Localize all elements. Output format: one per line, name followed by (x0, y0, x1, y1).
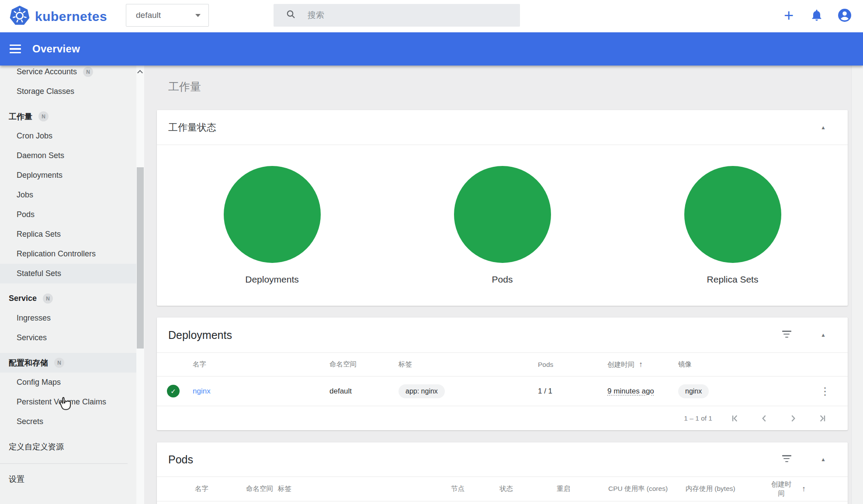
first-page-icon[interactable] (730, 413, 741, 424)
pods-card: Pods ▲ 名字命名空间标签节点状态重启CPU 使用率 (cores)内存使用… (157, 442, 848, 504)
sidebar-item-persistent-volume-claims[interactable]: Persistent Volume Claims (0, 392, 136, 412)
sort-asc-icon[interactable]: ↑ (639, 360, 643, 369)
collapse-icon[interactable]: ▲ (818, 124, 828, 131)
filter-icon[interactable] (781, 331, 792, 339)
column-header-pods[interactable]: Pods (538, 361, 607, 369)
sidebar-item-label: Replica Sets (17, 230, 61, 239)
main-scrollbar[interactable] (851, 66, 863, 504)
topbar-actions: + (775, 0, 859, 32)
sidebar-item-secrets[interactable]: Secrets (0, 412, 136, 432)
column-header-cn[interactable]: 命名空间 (246, 484, 278, 494)
column-header-cn[interactable]: 状态 (499, 484, 557, 494)
created-cell: 9 minutes ago (607, 387, 678, 396)
sidebar-item-ingresses[interactable]: Ingresses (0, 308, 136, 328)
workload-status-card: 工作量状态 ▲ DeploymentsPodsReplica Sets (157, 110, 848, 306)
images-cell: nginx (678, 384, 805, 398)
chart-label: Pods (492, 274, 513, 285)
next-page-icon[interactable] (787, 413, 799, 424)
sidebar-item-label: Jobs (17, 190, 33, 200)
column-header-bytes[interactable]: 内存使用 (bytes) (686, 484, 763, 494)
sidebar-scrollbar[interactable] (136, 66, 144, 504)
sidebar-item-service[interactable]: ServiceN (0, 289, 136, 308)
column-header-cn[interactable]: 重启 (557, 484, 608, 494)
previous-page-icon[interactable] (759, 413, 770, 424)
sidebar-item-cn-18[interactable]: 定义自定义资源 (0, 437, 136, 456)
plus-icon: + (784, 7, 794, 24)
user-icon (837, 8, 852, 24)
sidebar-item-deployments[interactable]: Deployments (0, 166, 136, 185)
column-header-sort: ↑ (802, 484, 848, 494)
sidebar-nav: Service AccountsNStorage Classes工作量NCron… (0, 66, 136, 489)
table-row[interactable]: ✓nginxdefaultapp: nginx1 / 19 minutes ag… (157, 376, 848, 406)
filter-icon[interactable] (781, 455, 792, 464)
new-badge: N (83, 67, 93, 77)
new-badge: N (43, 293, 53, 304)
sidebar-item-label: Ingresses (17, 314, 51, 323)
create-resource-button[interactable]: + (775, 2, 803, 30)
sidebar-item-storage-classes[interactable]: Storage Classes (0, 82, 136, 101)
healthy-donut-chart[interactable] (224, 166, 321, 263)
sidebar-item-label: Service (9, 294, 37, 303)
column-header-cn[interactable]: 标签 (278, 484, 451, 494)
sidebar: Service AccountsNStorage Classes工作量NCron… (0, 66, 144, 504)
scroll-up-icon[interactable] (138, 70, 142, 74)
column-header-cpu-cores[interactable]: CPU 使用率 (cores) (608, 484, 686, 494)
namespace-cell: default (329, 387, 399, 396)
column-header-cn[interactable]: 创建时间↑ (607, 360, 678, 369)
collapse-icon[interactable]: ▲ (818, 456, 828, 463)
workload-status-chart: Pods (387, 145, 617, 285)
image-chip[interactable]: nginx (678, 384, 709, 398)
sidebar-item-service-accounts[interactable]: Service AccountsN (0, 66, 136, 82)
card-title: 工作量状态 (168, 121, 216, 134)
sort-asc-icon[interactable]: ↑ (802, 484, 806, 493)
sidebar-item-cn-14[interactable]: 配置和存储N (0, 353, 136, 373)
sidebar-item-label: 工作量 (9, 111, 32, 122)
namespace-selector[interactable]: default (126, 4, 209, 27)
sidebar-item-stateful-sets[interactable]: Stateful Sets (0, 264, 136, 283)
column-header-cn[interactable]: 创建时间 (763, 480, 802, 498)
sidebar-item-cn-20[interactable]: 设置 (0, 469, 136, 489)
page-heading: Overview (32, 43, 80, 55)
column-header-cn[interactable]: 节点 (451, 484, 499, 494)
row-menu-icon[interactable]: ⋮ (820, 386, 830, 397)
label-chip[interactable]: app: nginx (399, 384, 445, 398)
account-button[interactable] (831, 2, 859, 30)
sidebar-item-cron-jobs[interactable]: Cron Jobs (0, 126, 136, 146)
column-header-cn[interactable]: 命名空间 (329, 360, 399, 369)
sidebar-item-replication-controllers[interactable]: Replication Controllers (0, 244, 136, 264)
sidebar-item-label: Daemon Sets (17, 151, 64, 160)
sidebar-item-pods[interactable]: Pods (0, 205, 136, 224)
sidebar-item-replica-sets[interactable]: Replica Sets (0, 224, 136, 244)
sidebar-item-config-maps[interactable]: Config Maps (0, 373, 136, 392)
healthy-donut-chart[interactable] (454, 166, 551, 263)
sidebar-item-label: 设置 (9, 474, 24, 484)
collapse-icon[interactable]: ▲ (818, 332, 828, 338)
pods-cell: 1 / 1 (538, 387, 607, 396)
healthy-donut-chart[interactable] (684, 166, 781, 263)
kubernetes-logo[interactable]: kubernetes (10, 6, 107, 28)
chart-label: Deployments (245, 274, 299, 285)
sidebar-item-jobs[interactable]: Jobs (0, 185, 136, 205)
sidebar-divider (0, 463, 128, 464)
sidebar-item-daemon-sets[interactable]: Daemon Sets (0, 146, 136, 166)
column-header-cn[interactable]: 镜像 (678, 360, 805, 369)
sidebar-item-services[interactable]: Services (0, 328, 136, 348)
column-header-cn[interactable]: 名字 (195, 484, 246, 494)
notifications-button[interactable] (803, 2, 831, 30)
sidebar-scrollbar-thumb[interactable] (137, 167, 144, 349)
search-bar[interactable] (274, 4, 520, 27)
column-header-cn[interactable]: 标签 (399, 360, 538, 369)
deployments-pagination: 1 – 1 of 1 (157, 406, 848, 430)
workload-status-chart: Replica Sets (617, 145, 848, 285)
kubernetes-logo-icon (10, 6, 30, 28)
bell-icon (810, 8, 824, 24)
deployments-table-header: 名字命名空间标签Pods创建时间↑镜像 (157, 352, 848, 376)
sidebar-item-label: Pods (17, 210, 35, 219)
workload-status-chart: Deployments (157, 145, 387, 285)
search-input[interactable] (308, 10, 491, 20)
column-header-cn[interactable]: 名字 (193, 360, 329, 369)
last-page-icon[interactable] (816, 413, 828, 424)
sidebar-item-cn-2[interactable]: 工作量N (0, 107, 136, 126)
menu-icon[interactable] (10, 43, 24, 55)
resource-link[interactable]: nginx (193, 387, 211, 395)
